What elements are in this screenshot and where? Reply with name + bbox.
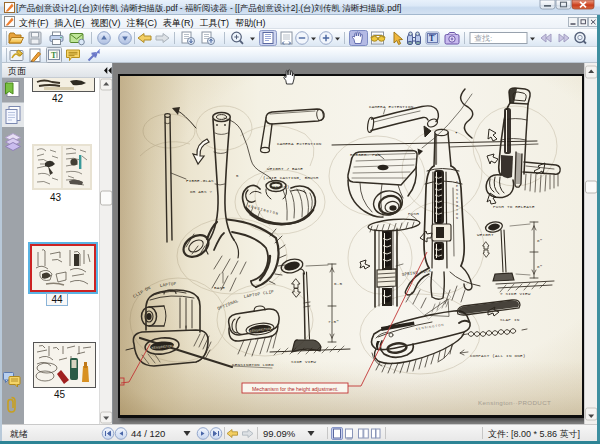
svg-text:CAMERA EXTENTION: CAMERA EXTENTION: [369, 104, 414, 109]
svg-text:OR ABS ?: OR ABS ?: [190, 189, 212, 194]
svg-text:PUSH TO RELEASE: PUSH TO RELEASE: [493, 204, 535, 209]
svg-text:▾: ▾: [455, 130, 458, 135]
svg-text:KENSINGTON LOGO: KENSINGTON LOGO: [232, 362, 274, 367]
svg-text:5: 5: [236, 174, 239, 178]
svg-text:FINISH): FINISH): [270, 184, 289, 189]
svg-text:Kensington··PRODUCT: Kensington··PRODUCT: [478, 399, 551, 406]
svg-text:8″: 8″: [537, 264, 543, 269]
svg-text:KENSINGTON: KENSINGTON: [455, 180, 459, 220]
svg-text:LAPTOP CLIP: LAPTOP CLIP: [243, 289, 274, 299]
svg-text:CAMERA EXTENTION: CAMERA EXTENTION: [277, 141, 322, 146]
svg-text:WEIGHT: WEIGHT: [477, 232, 494, 237]
svg-text:RUBBER. PAD: RUBBER. PAD: [350, 152, 381, 157]
svg-text:SIDE VIEW: SIDE VIEW: [291, 359, 316, 364]
svg-text:KENSINGTON: KENSINGTON: [416, 323, 445, 331]
svg-text:(+DIE CASTING, BRUSH: (+DIE CASTING, BRUSH: [263, 175, 319, 180]
svg-text:8″: 8″: [537, 238, 543, 243]
svg-text:BASE: BASE: [214, 285, 225, 290]
svg-text:PUSH: PUSH: [408, 211, 419, 216]
svg-text:SLAP IN: SLAP IN: [500, 317, 520, 322]
svg-text:Mechanism for the height adjus: Mechanism for the height adjustment.: [252, 386, 339, 392]
svg-text:查找:: 查找:: [474, 34, 492, 43]
svg-text:7.5″: 7.5″: [328, 319, 339, 324]
svg-text:6.5: 6.5: [334, 281, 343, 286]
svg-text:WEIGHT ↗ BASE: WEIGHT ↗ BASE: [267, 166, 303, 171]
svg-text:FIBRE-GLAS: FIBRE-GLAS: [186, 178, 214, 183]
svg-text:COMPACT (ALL IN ONE): COMPACT (ALL IN ONE): [470, 353, 526, 358]
svg-text:✳ SIDE VIEW: ✳ SIDE VIEW: [500, 291, 531, 296]
svg-text:T: T: [51, 51, 57, 60]
svg-text:T: T: [429, 34, 435, 43]
svg-text:LAPTOP: LAPTOP: [159, 281, 176, 288]
svg-text:CLIP ON: CLIP ON: [132, 285, 152, 299]
